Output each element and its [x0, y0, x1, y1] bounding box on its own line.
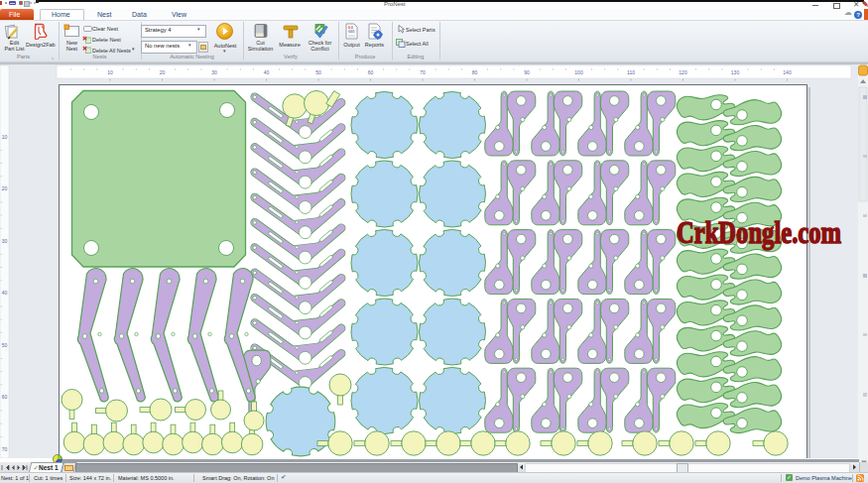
svg-text:30: 30 — [211, 69, 217, 75]
svg-text:30: 30 — [2, 238, 8, 244]
svg-text:G01: G01 — [348, 30, 355, 34]
svg-text:40: 40 — [264, 69, 270, 75]
svg-text:60: 60 — [2, 394, 8, 400]
svg-text:100: 100 — [574, 69, 583, 75]
svg-text:50: 50 — [2, 342, 8, 348]
svg-text:70: 70 — [420, 69, 426, 75]
svg-text:140: 140 — [783, 69, 792, 75]
svg-text:10: 10 — [2, 134, 8, 140]
svg-text:80: 80 — [472, 69, 478, 75]
svg-text:20: 20 — [2, 185, 8, 191]
svg-text:70: 70 — [2, 446, 8, 452]
svg-text:130: 130 — [731, 69, 740, 75]
svg-text:90: 90 — [524, 69, 530, 75]
svg-text:CrkDongle.com: CrkDongle.com — [677, 215, 841, 250]
svg-text:40: 40 — [2, 290, 8, 296]
svg-text:110: 110 — [627, 69, 635, 75]
svg-text:120: 120 — [679, 69, 687, 75]
svg-text:60: 60 — [368, 69, 374, 75]
svg-text:50: 50 — [315, 69, 321, 75]
svg-text:20: 20 — [160, 69, 166, 75]
svg-text:10: 10 — [107, 69, 113, 75]
